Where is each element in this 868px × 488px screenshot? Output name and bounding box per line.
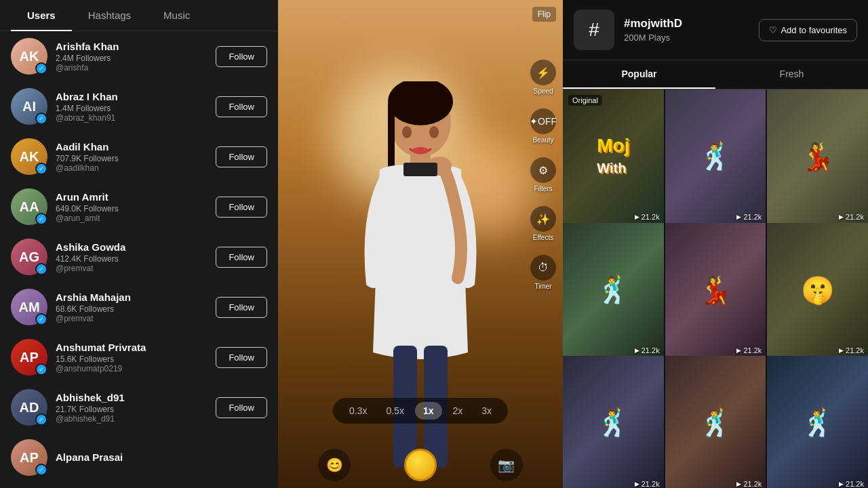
user-handle: @premvat (56, 264, 208, 273)
speed-option[interactable]: 2x (444, 402, 471, 420)
play-icon: ▶ (736, 347, 741, 354)
tabs-bar: Users Hashtags Music (0, 0, 278, 31)
user-info: Arshia Mahajan 68.6K Followers @premvat (56, 291, 208, 323)
table-row[interactable]: 🕺 ▶ 21.2k (563, 223, 664, 357)
user-name: Ashika Gowda (56, 241, 208, 253)
follow-button[interactable]: Follow (216, 197, 267, 218)
view-count: 21.2k (846, 480, 864, 488)
table-row[interactable]: 🕺 ▶ 21.2k (563, 356, 664, 488)
play-icon: ▶ (635, 214, 639, 220)
tab-popular[interactable]: Popular (563, 60, 715, 89)
verified-badge: ✓ (35, 213, 47, 225)
user-handle: @anshumatp0219 (56, 364, 208, 373)
tab-hashtags[interactable]: Hashtags (72, 0, 147, 30)
user-name: Aadil Khan (56, 141, 208, 152)
add-to-favourites-button[interactable]: ♡ Add to favourites (759, 19, 857, 41)
moj-logo: MojWith (597, 136, 629, 178)
table-row[interactable]: 🕺 ▶ 21.2k (665, 89, 766, 224)
hashtag-symbol: # (589, 19, 599, 41)
timer-label: Timer (534, 283, 551, 290)
beauty-control[interactable]: ✦OFF Beauty (530, 108, 556, 144)
verified-badge: ✓ (35, 413, 47, 426)
view-count: 21.2k (743, 480, 762, 488)
user-info: Arishfa Khan 2.4M Followers @arishfa (56, 41, 208, 73)
avatar: AP ✓ (11, 339, 47, 375)
play-count: ▶ 21.2k (839, 213, 864, 221)
timer-control[interactable]: ⏱ Timer (530, 255, 556, 290)
view-count: 21.2k (743, 213, 762, 221)
list-item: AA ✓ Arun Amrit 649.0K Followers @arun_a… (0, 182, 278, 232)
avatar: AP ✓ (11, 439, 47, 476)
list-item: AM ✓ Arshia Mahajan 68.6K Followers @pre… (0, 282, 278, 332)
table-row[interactable]: 💃 ▶ 21.2k (665, 223, 766, 357)
play-count: ▶ 21.2k (635, 346, 660, 354)
tab-music[interactable]: Music (147, 0, 206, 30)
speed-label: Speed (534, 87, 553, 95)
verified-badge: ✓ (35, 263, 47, 275)
video-grid: OriginalMojWith ▶ 21.2k 🕺 ▶ 21.2k 💃 ▶ 21… (563, 89, 868, 488)
table-row[interactable]: 🕺 ▶ 21.2k (767, 356, 868, 488)
table-row[interactable]: 💃 ▶ 21.2k (767, 89, 868, 224)
speed-control[interactable]: ⚡ Speed (530, 60, 556, 95)
table-row[interactable]: OriginalMojWith ▶ 21.2k (563, 89, 664, 224)
right-panel: # #mojwithD 200M Plays ♡ Add to favourit… (563, 0, 868, 488)
user-name: Abhishek_d91 (56, 392, 208, 403)
avatar: AK ✓ (11, 138, 47, 175)
play-count: ▶ 21.2k (736, 346, 762, 354)
user-followers: 21.7K Followers (56, 405, 208, 414)
user-name: Arishfa Khan (56, 41, 208, 52)
follow-button[interactable]: Follow (216, 297, 267, 318)
follow-button[interactable]: Follow (216, 397, 267, 418)
coin-icon[interactable] (404, 449, 437, 481)
speed-option[interactable]: 0.3x (341, 402, 375, 420)
view-count: 21.2k (642, 346, 660, 354)
table-row[interactable]: 🕺 ▶ 21.2k (665, 356, 766, 488)
table-row[interactable]: 🤫 ▶ 21.2k (767, 223, 868, 357)
tab-users[interactable]: Users (11, 0, 72, 30)
original-label: Original (568, 95, 602, 106)
user-followers: 649.0K Followers (56, 204, 208, 214)
svg-point-6 (429, 126, 439, 138)
effects-control[interactable]: ✨ Effects (530, 206, 556, 241)
follow-button[interactable]: Follow (216, 96, 267, 117)
video-controls: ⚡ Speed ✦OFF Beauty ⚙ Filters ✨ Effects … (530, 60, 556, 290)
follow-button[interactable]: Follow (216, 347, 267, 368)
filters-control[interactable]: ⚙ Filters (530, 157, 556, 192)
user-info: Alpana Prasai (56, 451, 267, 464)
tab-fresh[interactable]: Fresh (715, 60, 868, 89)
user-info: Abhishek_d91 21.7K Followers @abhishek_d… (56, 392, 208, 424)
user-followers: 68.6K Followers (56, 304, 208, 314)
play-icon: ▶ (635, 481, 639, 487)
view-count: 21.2k (846, 213, 864, 221)
hashtag-name: #mojwithD (624, 17, 749, 30)
view-count: 21.2k (846, 346, 864, 354)
speed-option[interactable]: 0.5x (378, 402, 412, 420)
follow-button[interactable]: Follow (216, 247, 267, 268)
user-info: Anshumat Privrata 15.6K Followers @anshu… (56, 342, 208, 373)
user-handle: @abraz_khan91 (56, 113, 208, 123)
emoji-icon[interactable]: 😊 (318, 449, 351, 481)
flip-button[interactable]: Flip (532, 7, 556, 22)
play-icon: ▶ (839, 214, 844, 220)
verified-badge: ✓ (35, 163, 47, 175)
verified-badge: ✓ (35, 113, 47, 125)
user-info: Arun Amrit 649.0K Followers @arun_amit (56, 191, 208, 223)
user-name: Alpana Prasai (56, 451, 267, 463)
verified-badge: ✓ (35, 363, 47, 375)
user-name: Arshia Mahajan (56, 291, 208, 303)
follow-button[interactable]: Follow (216, 46, 267, 67)
beauty-label: Beauty (532, 136, 553, 144)
user-handle: @premvat (56, 314, 208, 323)
speed-option[interactable]: 1x (415, 402, 442, 420)
follow-button[interactable]: Follow (216, 146, 267, 167)
hashtag-plays: 200M Plays (624, 33, 749, 43)
play-icon: ▶ (839, 481, 844, 487)
hashtag-info: #mojwithD 200M Plays (624, 17, 749, 43)
avatar: AG ✓ (11, 239, 47, 275)
list-item: AP ✓ Alpana Prasai (0, 432, 278, 483)
camera-flip-icon[interactable]: 📷 (490, 449, 523, 481)
speed-option[interactable]: 3x (473, 402, 500, 420)
svg-rect-8 (403, 163, 437, 176)
user-followers: 707.9K Followers (56, 154, 208, 163)
view-count: 21.2k (743, 346, 762, 354)
